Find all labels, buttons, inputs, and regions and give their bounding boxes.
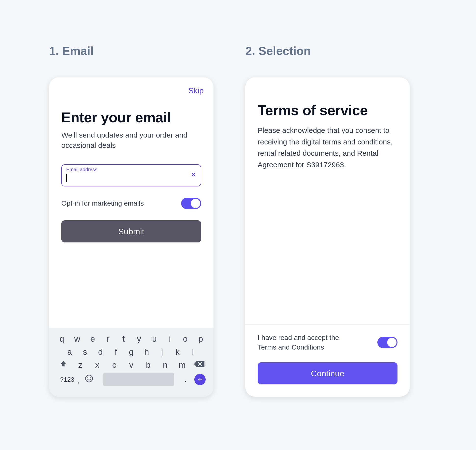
key-t[interactable]: t: [117, 334, 131, 344]
period-key[interactable]: .: [181, 375, 190, 384]
key-x[interactable]: x: [90, 360, 105, 370]
key-c[interactable]: c: [107, 360, 121, 370]
optin-label: Opt-in for marketing emails: [61, 199, 144, 207]
step-label-1: 1. Email: [49, 44, 213, 58]
key-l[interactable]: l: [186, 347, 200, 357]
keyboard-row-3: zxcvbnm: [53, 360, 209, 370]
key-n[interactable]: n: [158, 360, 172, 370]
soft-keyboard: qwertyuiop asdfghjkl zxcvbnm ?123,: [49, 328, 213, 397]
enter-key-icon[interactable]: [194, 374, 206, 385]
email-input[interactable]: [66, 173, 191, 182]
space-key[interactable]: [103, 373, 174, 386]
clear-input-icon[interactable]: ✕: [191, 171, 196, 179]
keyboard-row-4: ?123, .: [53, 373, 209, 386]
accept-toggle[interactable]: [377, 337, 397, 348]
step-label-2: 2. Selection: [245, 44, 410, 58]
key-m[interactable]: m: [175, 360, 189, 370]
numeric-key[interactable]: ?123,: [57, 376, 78, 383]
emoji-key-icon[interactable]: [82, 374, 96, 385]
keyboard-row-1: qwertyuiop: [53, 334, 209, 344]
accept-label: I have read and accept the Terms and Con…: [258, 333, 346, 352]
key-w[interactable]: w: [70, 334, 84, 344]
page-subtitle: We'll send updates and your order and oc…: [61, 130, 201, 151]
key-z[interactable]: z: [73, 360, 87, 370]
text-cursor: [66, 174, 67, 182]
email-field[interactable]: Email address ✕: [61, 164, 201, 186]
email-field-label: Email address: [66, 167, 97, 172]
key-j[interactable]: j: [155, 347, 169, 357]
key-o[interactable]: o: [178, 334, 192, 344]
key-e[interactable]: e: [86, 334, 100, 344]
terms-title: Terms of service: [258, 102, 397, 118]
key-v[interactable]: v: [124, 360, 138, 370]
phone-terms: Terms of service Please acknowledge that…: [245, 77, 410, 397]
optin-toggle[interactable]: [181, 198, 201, 209]
continue-button[interactable]: Continue: [258, 362, 397, 384]
key-f[interactable]: f: [109, 347, 123, 357]
key-p[interactable]: p: [194, 334, 208, 344]
skip-link[interactable]: Skip: [188, 86, 204, 95]
shift-key-icon[interactable]: [56, 360, 70, 370]
key-i[interactable]: i: [163, 334, 177, 344]
key-d[interactable]: d: [93, 347, 107, 357]
svg-point-2: [88, 378, 88, 378]
svg-rect-0: [62, 367, 65, 367]
backspace-key-icon[interactable]: [192, 360, 206, 370]
key-y[interactable]: y: [132, 334, 146, 344]
key-a[interactable]: a: [63, 347, 77, 357]
phone-email: Skip Enter your email We'll send updates…: [49, 77, 213, 397]
key-s[interactable]: s: [78, 347, 92, 357]
key-k[interactable]: k: [170, 347, 185, 357]
key-h[interactable]: h: [140, 347, 154, 357]
keyboard-row-2: asdfghjkl: [53, 347, 209, 357]
key-g[interactable]: g: [124, 347, 138, 357]
terms-body: Please acknowledge that you consent to r…: [258, 125, 397, 170]
key-q[interactable]: q: [55, 334, 69, 344]
page-title: Enter your email: [61, 109, 201, 126]
key-u[interactable]: u: [147, 334, 161, 344]
key-r[interactable]: r: [101, 334, 115, 344]
submit-button[interactable]: Submit: [61, 220, 201, 242]
key-b[interactable]: b: [141, 360, 155, 370]
svg-point-3: [90, 378, 90, 378]
svg-point-1: [86, 375, 93, 382]
